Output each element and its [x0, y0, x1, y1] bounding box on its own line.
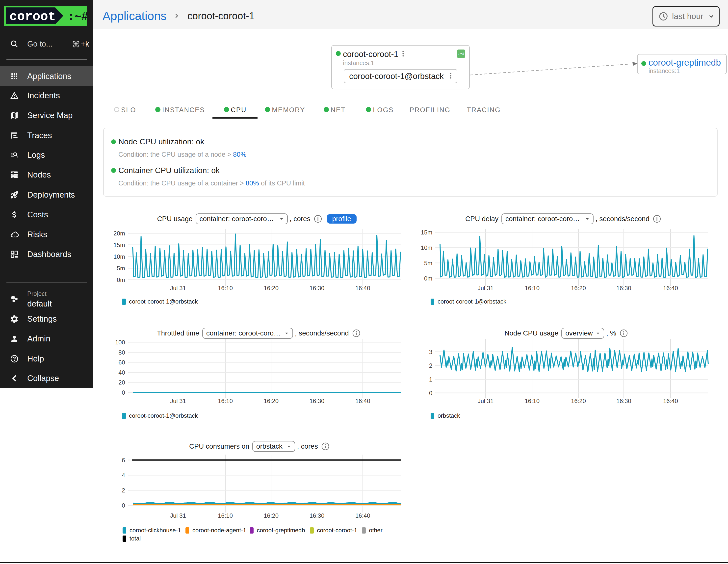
svg-text:Jul 31: Jul 31 [478, 285, 494, 291]
svg-text:80: 80 [118, 349, 125, 356]
svg-text:0: 0 [122, 389, 125, 396]
svg-text:20: 20 [118, 379, 125, 386]
svg-text:16:30: 16:30 [310, 398, 324, 404]
svg-text:100: 100 [115, 339, 125, 346]
svg-text:6: 6 [122, 457, 125, 463]
svg-text:16:10: 16:10 [525, 398, 540, 404]
svg-text:16:20: 16:20 [571, 398, 586, 404]
svg-text:16:20: 16:20 [571, 285, 586, 291]
svg-text:5m: 5m [117, 265, 125, 272]
svg-text:Jul 31: Jul 31 [170, 285, 186, 291]
svg-text:16:10: 16:10 [525, 285, 540, 291]
svg-text:16:30: 16:30 [616, 285, 631, 291]
svg-text:Jul 31: Jul 31 [478, 398, 494, 404]
svg-text:Jul 31: Jul 31 [170, 398, 186, 404]
svg-text:16:10: 16:10 [218, 398, 233, 404]
svg-text:16:40: 16:40 [355, 398, 370, 404]
svg-text:16:10: 16:10 [218, 512, 233, 519]
svg-text:0m: 0m [117, 277, 125, 283]
svg-text:5m: 5m [424, 260, 432, 266]
svg-text:1: 1 [429, 376, 432, 383]
svg-text:2: 2 [122, 487, 125, 494]
svg-text:coroot: coroot [9, 9, 56, 24]
svg-text:2: 2 [429, 362, 432, 369]
svg-text:0m: 0m [424, 275, 432, 282]
svg-text:10m: 10m [113, 253, 125, 260]
svg-text:16:30: 16:30 [310, 285, 324, 291]
svg-text:20m: 20m [113, 230, 125, 237]
svg-text:16:10: 16:10 [218, 285, 233, 291]
svg-text:15m: 15m [421, 229, 432, 236]
svg-text:0: 0 [122, 502, 125, 509]
svg-text:16:40: 16:40 [355, 285, 370, 291]
svg-text:16:20: 16:20 [264, 512, 279, 519]
svg-text:10m: 10m [421, 244, 432, 251]
svg-text:16:30: 16:30 [616, 398, 631, 404]
svg-text:15m: 15m [113, 242, 125, 248]
svg-text:0: 0 [429, 390, 432, 396]
svg-text:16:20: 16:20 [264, 285, 279, 291]
svg-text:16:40: 16:40 [355, 512, 370, 519]
svg-text:40: 40 [118, 369, 125, 376]
svg-text:3: 3 [429, 349, 432, 355]
svg-text:16:40: 16:40 [663, 398, 678, 404]
svg-text:16:30: 16:30 [310, 512, 324, 519]
svg-text:16:40: 16:40 [663, 285, 678, 291]
svg-text:4: 4 [122, 472, 125, 479]
svg-text:Jul 31: Jul 31 [170, 512, 186, 519]
svg-text:60: 60 [118, 359, 125, 366]
svg-text:16:20: 16:20 [264, 398, 279, 404]
svg-text::~#: :~# [68, 11, 87, 24]
